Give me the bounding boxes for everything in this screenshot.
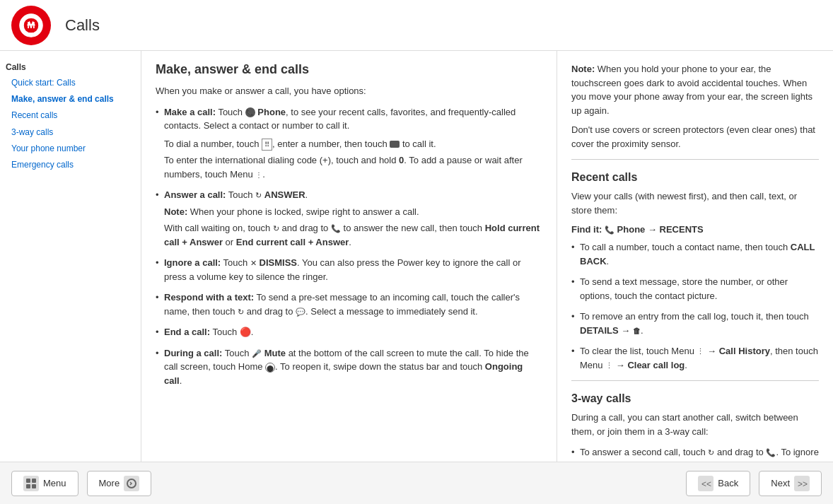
svg-rect-3: [26, 484, 30, 488]
bullet-text: Touch ↻ ANSWER.: [228, 189, 308, 200]
recent-bullets-list: To call a number, touch a contact name, …: [571, 240, 819, 372]
list-item: During a call: Touch 🎤 Mute at the botto…: [156, 346, 542, 388]
section-divider-2: [571, 380, 819, 381]
svg-text:>>: >>: [798, 479, 808, 489]
left-heading: Make, answer & end calls: [156, 62, 542, 77]
sidebar-section-title: Calls: [6, 62, 135, 72]
bottom-bar: Menu More << Back Next >>: [0, 462, 833, 504]
page-header: M Calls: [0, 0, 833, 51]
note-paragraph-2: Don't use covers or screen protectors (e…: [571, 123, 819, 151]
more-icon: [124, 476, 139, 491]
left-content: Make, answer & end calls When you make o…: [141, 51, 557, 462]
bullet-label: Ignore a call:: [164, 257, 221, 268]
motorola-logo: M: [11, 6, 51, 45]
svg-rect-4: [32, 484, 36, 488]
list-item: To answer a second call, touch ↻ and dra…: [571, 445, 819, 462]
note-paragraph: Note: When you hold your phone to your e…: [571, 62, 819, 117]
page-title: Calls: [65, 16, 100, 35]
find-it-text: Find it: 📞 Phone → RECENTS: [571, 224, 819, 235]
bottom-left: Menu More: [11, 471, 151, 496]
svg-text:<<: <<: [701, 479, 711, 489]
note-heading: Note:: [571, 64, 595, 74]
three-way-bullets-list: To answer a second call, touch ↻ and dra…: [571, 445, 819, 462]
next-icon: >>: [794, 476, 810, 491]
next-label: Next: [771, 478, 790, 488]
recent-calls-heading: Recent calls: [571, 171, 819, 184]
bullet-text: Touch 🔴.: [212, 327, 253, 337]
bullet-sub: To dial a number, touch ⠿, enter a numbe…: [164, 137, 542, 151]
list-item: To clear the list, touch Menu ⋮ → Call H…: [571, 344, 819, 372]
sidebar-item-3way-calls[interactable]: 3-way calls: [6, 124, 135, 141]
sidebar: Calls Quick start: Calls Make, answer & …: [0, 51, 141, 462]
three-way-heading: 3-way calls: [571, 392, 819, 405]
bullet-label: Make a call:: [164, 107, 216, 117]
list-item: Ignore a call: Touch ✕ DISMISS. You can …: [156, 256, 542, 283]
svg-rect-2: [32, 479, 36, 483]
bottom-right: << Back Next >>: [686, 471, 822, 496]
sidebar-item-make-answer[interactable]: Make, answer & end calls: [6, 91, 135, 107]
svg-text:M: M: [27, 19, 35, 30]
sidebar-item-quickstart[interactable]: Quick start: Calls: [6, 75, 135, 91]
note-body: When you hold your phone to your ear, th…: [571, 64, 812, 116]
next-button[interactable]: Next >>: [759, 471, 822, 496]
more-button[interactable]: More: [87, 471, 152, 496]
sidebar-item-recent-calls[interactable]: Recent calls: [6, 107, 135, 124]
sidebar-item-phone-number[interactable]: Your phone number: [6, 141, 135, 157]
bullet-sub3: With call waiting on, touch ↻ and drag t…: [164, 221, 542, 249]
section-divider: [571, 159, 819, 160]
list-item: Answer a call: Touch ↻ ANSWER. Note: Whe…: [156, 188, 542, 249]
menu-icon: [23, 476, 39, 491]
list-item: To remove an entry from the call log, to…: [571, 310, 819, 337]
bullet-label: Answer a call:: [164, 189, 226, 200]
back-icon: <<: [698, 476, 713, 491]
list-item: To send a text message, store the number…: [571, 275, 819, 303]
list-item: Respond with a text: To send a pre-set m…: [156, 291, 542, 318]
menu-label: Menu: [43, 478, 66, 488]
list-item: To call a number, touch a contact name, …: [571, 240, 819, 268]
main-content: Calls Quick start: Calls Make, answer & …: [0, 51, 833, 462]
back-button[interactable]: << Back: [686, 471, 750, 496]
bullet-label: Respond with a text:: [164, 292, 254, 303]
content-area: Make, answer & end calls When you make o…: [141, 51, 833, 462]
more-label: More: [99, 478, 120, 488]
right-content: Note: When you hold your phone to your e…: [557, 51, 833, 462]
bullet-sub2: To enter the international dialing code …: [164, 153, 542, 181]
note-text: Note: When your phone is locked, swipe r…: [164, 205, 542, 219]
menu-button[interactable]: Menu: [11, 471, 78, 496]
recent-calls-intro: View your calls (with newest first), and…: [571, 189, 819, 217]
list-item: End a call: Touch 🔴.: [156, 325, 542, 339]
back-label: Back: [718, 478, 738, 488]
bullet-label: End a call:: [164, 327, 210, 337]
svg-rect-1: [26, 479, 30, 483]
left-intro: When you make or answer a call, you have…: [156, 84, 542, 98]
bullet-list: Make a call: Touch 📞 Phone, to see your …: [156, 105, 542, 388]
three-way-intro: During a call, you can start another cal…: [571, 411, 819, 438]
list-item: Make a call: Touch 📞 Phone, to see your …: [156, 105, 542, 182]
bullet-label: During a call:: [164, 348, 222, 358]
sidebar-item-emergency-calls[interactable]: Emergency calls: [6, 157, 135, 173]
bullet-text: Touch 📞 Phone, to see your recent calls,…: [164, 107, 515, 131]
